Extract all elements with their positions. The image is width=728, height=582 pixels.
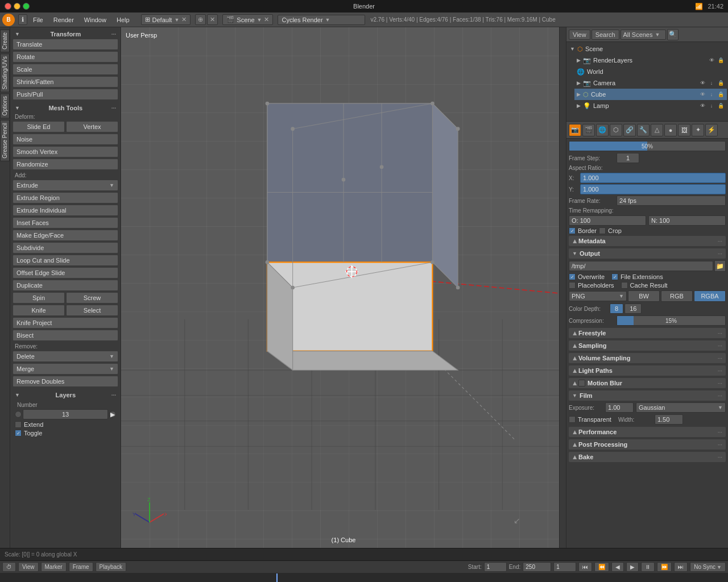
shrink-fatten-button[interactable]: Shrink/Fatten xyxy=(13,76,118,88)
number-decrement[interactable] xyxy=(15,411,22,418)
file-ext-checkbox[interactable]: ✓ xyxy=(611,273,618,280)
prop-object-icon[interactable]: ⬡ xyxy=(610,124,622,136)
knife-button[interactable]: Knife xyxy=(13,305,65,316)
menu-file[interactable]: File xyxy=(28,15,48,24)
prop-world-icon[interactable]: 🌐 xyxy=(596,124,609,136)
jump-start-btn[interactable]: ⏮ xyxy=(578,562,592,572)
current-frame-input[interactable] xyxy=(553,562,576,572)
extrude-dropdown[interactable]: Extrude ▼ xyxy=(13,180,118,191)
motion-blur-header[interactable]: ▶ Motion Blur ··· xyxy=(569,378,726,388)
sampling-header[interactable]: ▶ Sampling ··· xyxy=(569,340,726,351)
maximize-button[interactable] xyxy=(23,3,30,10)
play-reverse-btn[interactable]: ◀ xyxy=(611,562,624,572)
menu-window[interactable]: Window xyxy=(80,15,111,24)
jump-end-btn[interactable]: ⏭ xyxy=(674,562,688,572)
rl-icon2[interactable]: 🔒 xyxy=(717,56,725,64)
viewport-3d[interactable]: User Persp X Y Z ↙ (1) Cube xyxy=(121,27,566,548)
spin-button[interactable]: Spin xyxy=(13,292,65,304)
sidebar-tab-shading[interactable]: Shading/UVs xyxy=(0,53,10,92)
window-controls[interactable] xyxy=(5,3,30,10)
depth-16-button[interactable]: 16 xyxy=(624,304,642,314)
lamp-icon1[interactable]: 👁 xyxy=(698,102,706,110)
timeline-marker-btn[interactable]: Marker xyxy=(41,562,67,572)
lamp-icon3[interactable]: 🔒 xyxy=(717,102,725,110)
sidebar-tab-grease[interactable]: Grease Pencil xyxy=(0,120,10,161)
screen-icon1[interactable]: ⊕ xyxy=(195,14,206,25)
performance-header[interactable]: ▶ Performance ··· xyxy=(569,427,726,437)
prev-frame-btn[interactable]: ⏪ xyxy=(594,562,609,572)
border-checkbox[interactable]: ✓ xyxy=(569,227,576,234)
timeline-ruler[interactable]: -40 -20 0 50 100 150 200 250 260 xyxy=(0,573,728,582)
cube-icon3[interactable]: 🔒 xyxy=(717,90,725,98)
scene-selector[interactable]: 🎬 Scene ▼ ✕ xyxy=(222,14,273,25)
volume-sampling-header[interactable]: ▶ Volume Sampling ··· xyxy=(569,353,726,363)
screw-button[interactable]: Screw xyxy=(66,292,118,304)
inset-faces-button[interactable]: Inset Faces xyxy=(13,217,118,228)
next-frame-btn[interactable]: ⏩ xyxy=(657,562,672,572)
delete-dropdown[interactable]: Delete ▼ xyxy=(13,351,118,362)
extrude-region-button[interactable]: Extrude Region xyxy=(13,192,118,203)
minimize-button[interactable] xyxy=(14,3,20,10)
gaussian-dropdown[interactable]: Gaussian ▼ xyxy=(636,402,726,413)
extend-checkbox[interactable] xyxy=(15,421,22,428)
search-icon[interactable]: 🔍 xyxy=(667,29,679,40)
rgba-button[interactable]: RGBA xyxy=(694,290,726,302)
folder-icon[interactable]: 📁 xyxy=(714,260,726,272)
scene-outliner[interactable]: ▼ ⬡ Scene ▶ 📷 RenderLayers 👁 🔒 🌐 World xyxy=(566,42,728,122)
camera-icon3[interactable]: 🔒 xyxy=(717,79,725,87)
prop-render-icon[interactable]: 📷 xyxy=(569,124,581,136)
vertex-button[interactable]: Vertex xyxy=(66,121,118,132)
prop-physics-icon[interactable]: ⚡ xyxy=(705,124,718,136)
menu-help[interactable]: Help xyxy=(112,15,134,24)
film-header[interactable]: ▼ Film ··· xyxy=(569,390,726,401)
start-input[interactable] xyxy=(484,562,507,572)
all-scenes-dropdown[interactable]: All Scenes ▼ xyxy=(621,30,666,40)
screen-icon2[interactable]: ✕ xyxy=(207,14,218,25)
subdivide-button[interactable]: Subdivide xyxy=(13,242,118,253)
view-button[interactable]: View xyxy=(569,30,590,40)
sidebar-tab-create[interactable]: Create xyxy=(0,30,10,52)
randomize-button[interactable]: Randomize xyxy=(13,159,118,170)
light-paths-header[interactable]: ▶ Light Paths ··· xyxy=(569,365,726,376)
overwrite-checkbox[interactable]: ✓ xyxy=(569,273,576,280)
crop-checkbox[interactable] xyxy=(599,227,606,234)
duplicate-button[interactable]: Duplicate xyxy=(13,280,118,291)
timeline-clock-btn[interactable]: ⏱ xyxy=(2,562,16,572)
scene-item-cube[interactable]: ▶ ⬡ Cube 👁 ↓ 🔒 xyxy=(574,89,727,100)
motion-blur-checkbox[interactable] xyxy=(578,380,585,386)
play-btn[interactable]: ▶ xyxy=(626,562,639,572)
timeline-view-btn[interactable]: View xyxy=(18,562,39,572)
time-remap-n[interactable]: N: 100 xyxy=(648,215,726,226)
bw-button[interactable]: BW xyxy=(628,290,660,302)
engine-selector[interactable]: Cycles Render ▼ xyxy=(278,15,365,25)
post-processing-header[interactable]: ▶ Post Processing ··· xyxy=(569,439,726,450)
cache-result-checkbox[interactable] xyxy=(621,282,628,289)
transform-section-header[interactable]: ▼ Transform ··· xyxy=(13,30,118,39)
y-input[interactable]: 1.000 xyxy=(580,184,726,194)
select-button[interactable]: Select xyxy=(66,305,118,316)
prop-scene-icon[interactable]: 🎬 xyxy=(582,124,595,136)
timeline-playback-btn[interactable]: Playback xyxy=(96,562,127,572)
remove-doubles-button[interactable]: Remove Doubles xyxy=(13,376,118,387)
viewport-scrollbar-vertical[interactable] xyxy=(559,27,566,548)
placeholders-checkbox[interactable] xyxy=(569,282,576,289)
bisect-button[interactable]: Bisect xyxy=(13,330,118,341)
scene-item-camera[interactable]: ▶ 📷 Camera 👁 ↓ 🔒 xyxy=(574,77,727,89)
mesh-tools-section-header[interactable]: ▼ Mesh Tools ··· xyxy=(13,103,118,113)
prop-constraint-icon[interactable]: 🔗 xyxy=(623,124,636,136)
slide-edge-button[interactable]: Slide Ed xyxy=(13,121,65,132)
format-dropdown[interactable]: PNG ▼ xyxy=(569,291,627,301)
close-button[interactable] xyxy=(5,3,11,10)
prop-modifier-icon[interactable]: 🔧 xyxy=(637,124,650,136)
camera-icon1[interactable]: 👁 xyxy=(698,79,706,87)
sync-dropdown[interactable]: No Sync ▼ xyxy=(690,562,726,572)
scene-item-world[interactable]: 🌐 World xyxy=(574,66,727,77)
offset-edge-slide-button[interactable]: Offset Edge Slide xyxy=(13,267,118,278)
scene-close[interactable]: ✕ xyxy=(264,16,269,23)
freestyle-header[interactable]: ▶ Freestyle ··· xyxy=(569,328,726,338)
number-increment[interactable]: ▶ xyxy=(109,411,116,418)
exposure-input[interactable]: 1.00 xyxy=(605,402,634,413)
output-path-input[interactable]: /tmp/ xyxy=(569,261,713,271)
scene-item-lamp[interactable]: ▶ 💡 Lamp 👁 ↓ 🔒 xyxy=(574,100,727,111)
width-input[interactable]: 1.50 xyxy=(655,414,683,425)
